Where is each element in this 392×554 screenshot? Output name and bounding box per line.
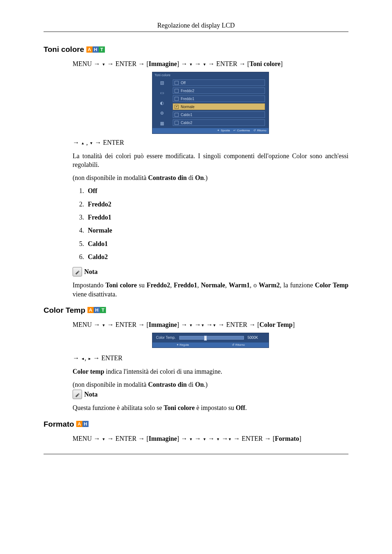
left-arrow-icon: ◄: [81, 356, 85, 361]
badge-a-icon: A: [86, 46, 93, 53]
list-item: Normale: [86, 226, 348, 235]
osd-options: Off Freddo2 Freddo1 ✔Normale Caldo1 Cald…: [171, 78, 269, 128]
formato-nav-path: MENU → ▼ → ENTER → [Immagine] → ▼ → ▼ → …: [73, 434, 348, 443]
formato-badges: A H: [76, 421, 89, 427]
return-icon: ↺: [253, 129, 256, 133]
down-arrow-icon: ▼: [189, 62, 193, 67]
osd-option-off: Off: [173, 79, 265, 86]
down-arrow-icon: ▼: [102, 323, 106, 328]
toni-description: La tonalità dei colori può essere modifi…: [73, 152, 348, 169]
down-arrow-icon: ▼: [213, 323, 216, 328]
osd2-slider-bar: [179, 336, 244, 340]
osd-toni-colore-menu: Toni colore ▧ ▭ ◐ ⚙ ▦ Off Freddo2 Freddo…: [152, 72, 269, 134]
nav-enter: ENTER: [101, 354, 122, 362]
osd-sound-icon: ◐: [158, 100, 166, 106]
osd-option-freddo2: Freddo2: [173, 87, 265, 94]
nav-enter: ENTER: [115, 60, 136, 67]
enter-icon: ↵: [233, 129, 236, 133]
note-icon: [73, 267, 82, 276]
nav-immagine: Immagine: [148, 60, 177, 67]
osd-option-freddo1: Freddo1: [173, 95, 265, 102]
note-label: Nota: [84, 267, 98, 276]
nav-target: Toni colore: [249, 60, 281, 67]
nav-immagine: Immagine: [148, 435, 177, 442]
osd-picture-icon: ▧: [158, 79, 166, 86]
toni-option-list: Off Freddo2 Freddo1 Normale Caldo1 Caldo…: [73, 186, 348, 261]
list-item: Freddo1: [86, 213, 348, 222]
list-item: Caldo2: [86, 253, 348, 261]
toni-nav-path: MENU → ▼ → ENTER → [Immagine] → ▼ → ▼ → …: [73, 59, 348, 68]
ctemp-note-header: Nota: [73, 390, 348, 399]
toni-unavailable: (non disponibile in modalità Contrasto d…: [73, 173, 348, 182]
badge-t-icon: T: [100, 307, 106, 313]
badge-t-icon: T: [99, 46, 105, 53]
ctemp-nav-path2: → ◄, ► → ENTER: [73, 354, 348, 362]
osd-footer: ✦Sposta ↵Conferma ↺Ritorno: [152, 128, 269, 134]
ctemp-nav-path: MENU → ▼ → ENTER → [Immagine] → ▼ →▼ →▼ …: [73, 320, 348, 329]
down-arrow-icon: ▼: [189, 437, 193, 442]
list-item: Off: [86, 186, 348, 195]
nav-target: Color Temp: [260, 321, 293, 328]
nav-menu: MENU: [73, 60, 92, 67]
nav-enter: ENTER: [242, 435, 263, 442]
badge-a-icon: A: [76, 421, 82, 427]
section-heading-formato: Formato A H: [44, 420, 348, 428]
osd-title: Toni colore: [152, 72, 269, 78]
ctemp-description: Color temp indica l'intensità dei colori…: [73, 367, 348, 376]
up-arrow-icon: ▲: [81, 141, 85, 146]
ctemp-note-text: Questa funzione è abilitata solo se Toni…: [73, 403, 348, 412]
header-rule: [44, 32, 348, 32]
osd-pip-icon: ▭: [158, 90, 166, 96]
down-arrow-icon: ▼: [201, 323, 204, 328]
down-arrow-icon: ▼: [89, 141, 93, 146]
toni-note-header: Nota: [73, 267, 348, 276]
nav-enter: ENTER: [226, 321, 247, 328]
osd-option-normale-selected: ✔Normale: [173, 103, 265, 110]
osd2-value: 5000K: [248, 335, 265, 340]
down-arrow-icon: ▼: [189, 323, 193, 328]
osd2-footer: ✦ Regola ↺ Ritorno: [152, 342, 269, 348]
osd-setup-icon: ⚙: [158, 110, 166, 116]
badge-h-icon: H: [82, 421, 89, 427]
list-item: Caldo1: [86, 239, 348, 248]
nav-menu: MENU: [73, 435, 92, 442]
nav-enter: ENTER: [115, 435, 136, 442]
osd-color-temp-slider: Color Temp. 5000K ✦ Regola ↺ Ritorno: [152, 333, 269, 348]
osd-option-caldo1: Caldo1: [173, 111, 265, 118]
note-label: Nota: [84, 390, 98, 399]
section-title: Formato: [44, 420, 74, 428]
down-arrow-icon: ▼: [216, 437, 220, 442]
nav-target: Formato: [275, 435, 299, 442]
badge-h-icon: H: [94, 307, 100, 313]
down-arrow-icon: ▼: [228, 437, 232, 442]
ctemp-unavailable: (non disponibile in modalità Contrasto d…: [73, 380, 348, 389]
footer-rule: [44, 454, 348, 454]
right-arrow-icon: ►: [88, 356, 91, 361]
nav-immagine: Immagine: [148, 321, 177, 328]
page-header-title: Regolazione del display LCD: [44, 22, 348, 29]
ctemp-badges: A H T: [87, 307, 106, 313]
badge-h-icon: H: [93, 46, 99, 53]
nav-enter: ENTER: [216, 60, 237, 67]
osd-sidebar: ▧ ▭ ◐ ⚙ ▦: [152, 78, 171, 128]
section-heading-toni-colore: Toni colore A H T: [44, 45, 348, 54]
section-title: Toni colore: [44, 45, 84, 54]
toni-badges: A H T: [86, 46, 105, 53]
adjust-icon: ✦: [176, 343, 179, 346]
badge-a-icon: A: [87, 307, 94, 313]
down-arrow-icon: ▼: [203, 62, 206, 67]
down-arrow-icon: ▼: [102, 437, 106, 442]
nav-menu: MENU: [73, 321, 92, 328]
osd2-slider-knob: [204, 336, 207, 341]
toni-note-text: Impostando Toni colore su Freddo2, Fredd…: [73, 281, 348, 299]
nav-enter: ENTER: [115, 321, 136, 328]
osd-multi-icon: ▦: [158, 120, 166, 127]
move-icon: ✦: [217, 129, 220, 133]
osd-option-caldo2: Caldo2: [173, 119, 265, 126]
list-item: Freddo2: [86, 200, 348, 209]
down-arrow-icon: ▼: [203, 437, 206, 442]
osd2-label: Color Temp.: [156, 335, 176, 340]
section-heading-color-temp: Color Temp A H T: [44, 306, 348, 315]
return-icon: ↺: [232, 343, 234, 346]
toni-nav-path2: → ▲ , ▼ → ENTER: [73, 138, 348, 147]
